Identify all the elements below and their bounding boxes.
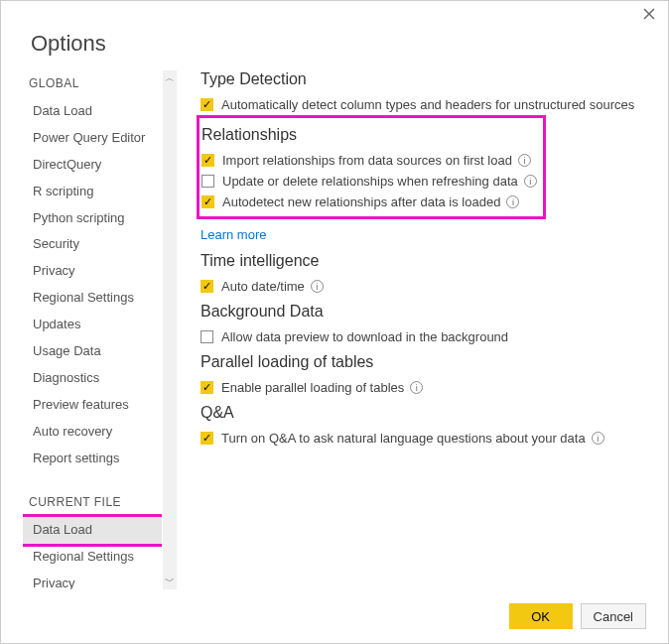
option-autodetect-relationships[interactable]: ✓ Autodetect new relationships after dat… xyxy=(201,192,537,212)
option-label: Enable parallel loading of tables xyxy=(221,380,404,395)
scroll-up-icon[interactable]: ︿ xyxy=(163,70,177,86)
option-update-relationships[interactable]: Update or delete relationships when refr… xyxy=(201,171,537,192)
sidebar-header-current-file: CURRENT FILE xyxy=(23,489,162,517)
sidebar-item-global[interactable]: Updates xyxy=(23,312,162,338)
learn-more-link[interactable]: Learn more xyxy=(201,223,266,246)
sidebar-item-global[interactable]: Preview features xyxy=(23,392,162,419)
checkbox-icon[interactable]: ✓ xyxy=(201,98,213,111)
checkbox-icon[interactable]: ✓ xyxy=(201,432,213,445)
option-auto-date-time[interactable]: ✓ Auto date/time i xyxy=(201,276,638,297)
checkbox-icon[interactable]: ✓ xyxy=(201,381,213,394)
sidebar-item-global[interactable]: Power Query Editor xyxy=(23,125,162,152)
option-parallel-loading[interactable]: ✓ Enable parallel loading of tables i xyxy=(201,377,638,398)
info-icon[interactable]: i xyxy=(311,280,324,293)
option-label: Autodetect new relationships after data … xyxy=(222,194,500,209)
checkbox-icon[interactable] xyxy=(201,175,214,188)
scrollbar[interactable]: ︿ ﹀ xyxy=(163,70,177,589)
section-time-intelligence: Time intelligence xyxy=(201,252,638,270)
section-parallel-loading: Parallel loading of tables xyxy=(201,353,638,371)
option-import-relationships[interactable]: ✓ Import relationships from data sources… xyxy=(201,150,537,171)
sidebar-item-current-file[interactable]: Regional Settings xyxy=(23,544,162,571)
checkbox-icon[interactable] xyxy=(201,330,213,343)
dialog-title: Options xyxy=(1,27,668,70)
sidebar-item-global[interactable]: R scripting xyxy=(23,179,162,205)
section-relationships: Relationships xyxy=(201,126,537,144)
sidebar-item-global[interactable]: Auto recovery xyxy=(23,419,162,446)
checkbox-icon[interactable]: ✓ xyxy=(201,195,214,208)
sidebar-item-global[interactable]: Diagnostics xyxy=(23,365,162,392)
checkbox-icon[interactable]: ✓ xyxy=(201,280,213,293)
sidebar-item-global[interactable]: Data Load xyxy=(23,98,162,125)
section-type-detection: Type Detection xyxy=(201,70,638,88)
sidebar-item-global[interactable]: Security xyxy=(23,231,162,258)
info-icon[interactable]: i xyxy=(524,175,537,188)
option-background-preview[interactable]: Allow data preview to download in the ba… xyxy=(201,326,638,347)
options-dialog: Options GLOBAL Data LoadPower Query Edit… xyxy=(0,0,669,644)
sidebar-item-global[interactable]: DirectQuery xyxy=(23,152,162,179)
info-icon[interactable]: i xyxy=(518,154,531,167)
sidebar: GLOBAL Data LoadPower Query EditorDirect… xyxy=(23,70,177,589)
sidebar-item-current-file[interactable]: Privacy xyxy=(23,571,162,589)
option-autodetect-types[interactable]: ✓ Automatically detect column types and … xyxy=(201,94,638,115)
sidebar-item-global[interactable]: Usage Data xyxy=(23,338,162,365)
content-pane: Type Detection ✓ Automatically detect co… xyxy=(177,70,648,589)
option-label: Automatically detect column types and he… xyxy=(221,97,634,112)
checkbox-icon[interactable]: ✓ xyxy=(201,154,214,167)
scroll-down-icon[interactable]: ﹀ xyxy=(163,574,177,589)
titlebar xyxy=(1,1,668,27)
sidebar-item-global[interactable]: Report settings xyxy=(23,446,162,472)
info-icon[interactable]: i xyxy=(410,381,423,394)
cancel-button[interactable]: Cancel xyxy=(581,603,646,629)
ok-button[interactable]: OK xyxy=(509,603,573,629)
option-label: Turn on Q&A to ask natural language ques… xyxy=(221,431,586,446)
sidebar-header-global: GLOBAL xyxy=(23,70,162,98)
info-icon[interactable]: i xyxy=(506,195,519,208)
sidebar-item-global[interactable]: Python scripting xyxy=(23,205,162,232)
relationships-highlight: Relationships ✓ Import relationships fro… xyxy=(197,115,546,219)
option-label: Update or delete relationships when refr… xyxy=(222,174,518,189)
option-label: Auto date/time xyxy=(221,279,305,294)
dialog-footer: OK Cancel xyxy=(1,589,668,643)
info-icon[interactable]: i xyxy=(592,432,604,445)
sidebar-item-global[interactable]: Privacy xyxy=(23,258,162,285)
sidebar-item-global[interactable]: Regional Settings xyxy=(23,285,162,312)
option-label: Import relationships from data sources o… xyxy=(222,153,512,168)
section-background-data: Background Data xyxy=(201,303,638,321)
option-qna[interactable]: ✓ Turn on Q&A to ask natural language qu… xyxy=(201,428,638,449)
sidebar-item-current-file[interactable]: Data Load xyxy=(23,517,162,544)
close-icon[interactable] xyxy=(640,5,658,23)
option-label: Allow data preview to download in the ba… xyxy=(221,329,508,344)
section-qna: Q&A xyxy=(201,404,638,422)
